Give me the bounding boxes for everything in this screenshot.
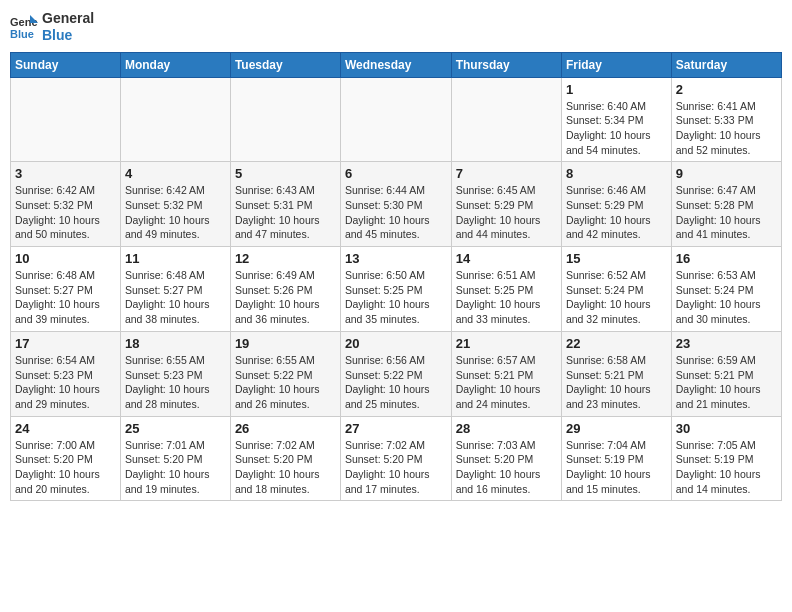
logo-icon: General Blue [10,13,38,41]
day-info: Sunrise: 6:52 AM Sunset: 5:24 PM Dayligh… [566,268,667,327]
day-number: 19 [235,336,336,351]
day-number: 28 [456,421,557,436]
day-number: 18 [125,336,226,351]
calendar-week-1: 1Sunrise: 6:40 AM Sunset: 5:34 PM Daylig… [11,77,782,162]
day-number: 22 [566,336,667,351]
day-info: Sunrise: 6:50 AM Sunset: 5:25 PM Dayligh… [345,268,447,327]
weekday-header-wednesday: Wednesday [340,52,451,77]
calendar-cell: 1Sunrise: 6:40 AM Sunset: 5:34 PM Daylig… [561,77,671,162]
calendar-cell: 17Sunrise: 6:54 AM Sunset: 5:23 PM Dayli… [11,331,121,416]
calendar-cell: 29Sunrise: 7:04 AM Sunset: 5:19 PM Dayli… [561,416,671,501]
calendar-cell: 6Sunrise: 6:44 AM Sunset: 5:30 PM Daylig… [340,162,451,247]
day-info: Sunrise: 6:41 AM Sunset: 5:33 PM Dayligh… [676,99,777,158]
calendar-cell: 30Sunrise: 7:05 AM Sunset: 5:19 PM Dayli… [671,416,781,501]
day-number: 5 [235,166,336,181]
day-info: Sunrise: 7:03 AM Sunset: 5:20 PM Dayligh… [456,438,557,497]
calendar-body: 1Sunrise: 6:40 AM Sunset: 5:34 PM Daylig… [11,77,782,501]
calendar-table: SundayMondayTuesdayWednesdayThursdayFrid… [10,52,782,502]
day-info: Sunrise: 6:40 AM Sunset: 5:34 PM Dayligh… [566,99,667,158]
day-number: 21 [456,336,557,351]
day-info: Sunrise: 6:44 AM Sunset: 5:30 PM Dayligh… [345,183,447,242]
calendar-cell: 20Sunrise: 6:56 AM Sunset: 5:22 PM Dayli… [340,331,451,416]
weekday-header-monday: Monday [120,52,230,77]
day-number: 16 [676,251,777,266]
calendar-cell: 26Sunrise: 7:02 AM Sunset: 5:20 PM Dayli… [230,416,340,501]
day-info: Sunrise: 6:45 AM Sunset: 5:29 PM Dayligh… [456,183,557,242]
day-number: 2 [676,82,777,97]
day-number: 17 [15,336,116,351]
day-number: 9 [676,166,777,181]
day-number: 13 [345,251,447,266]
calendar-cell: 10Sunrise: 6:48 AM Sunset: 5:27 PM Dayli… [11,247,121,332]
day-number: 23 [676,336,777,351]
day-number: 3 [15,166,116,181]
calendar-cell: 25Sunrise: 7:01 AM Sunset: 5:20 PM Dayli… [120,416,230,501]
day-number: 12 [235,251,336,266]
day-info: Sunrise: 6:42 AM Sunset: 5:32 PM Dayligh… [125,183,226,242]
day-info: Sunrise: 6:48 AM Sunset: 5:27 PM Dayligh… [15,268,116,327]
day-number: 15 [566,251,667,266]
day-info: Sunrise: 6:57 AM Sunset: 5:21 PM Dayligh… [456,353,557,412]
calendar-cell: 14Sunrise: 6:51 AM Sunset: 5:25 PM Dayli… [451,247,561,332]
day-number: 25 [125,421,226,436]
calendar-cell: 28Sunrise: 7:03 AM Sunset: 5:20 PM Dayli… [451,416,561,501]
day-info: Sunrise: 6:56 AM Sunset: 5:22 PM Dayligh… [345,353,447,412]
day-number: 1 [566,82,667,97]
day-info: Sunrise: 6:43 AM Sunset: 5:31 PM Dayligh… [235,183,336,242]
day-info: Sunrise: 7:02 AM Sunset: 5:20 PM Dayligh… [235,438,336,497]
calendar-cell: 12Sunrise: 6:49 AM Sunset: 5:26 PM Dayli… [230,247,340,332]
calendar-cell [340,77,451,162]
calendar-cell [230,77,340,162]
calendar-cell: 13Sunrise: 6:50 AM Sunset: 5:25 PM Dayli… [340,247,451,332]
day-info: Sunrise: 6:42 AM Sunset: 5:32 PM Dayligh… [15,183,116,242]
day-info: Sunrise: 6:58 AM Sunset: 5:21 PM Dayligh… [566,353,667,412]
svg-text:Blue: Blue [10,28,34,40]
weekday-header-saturday: Saturday [671,52,781,77]
calendar-cell: 7Sunrise: 6:45 AM Sunset: 5:29 PM Daylig… [451,162,561,247]
calendar-header: SundayMondayTuesdayWednesdayThursdayFrid… [11,52,782,77]
day-info: Sunrise: 6:53 AM Sunset: 5:24 PM Dayligh… [676,268,777,327]
calendar-week-2: 3Sunrise: 6:42 AM Sunset: 5:32 PM Daylig… [11,162,782,247]
calendar-cell: 4Sunrise: 6:42 AM Sunset: 5:32 PM Daylig… [120,162,230,247]
day-info: Sunrise: 6:49 AM Sunset: 5:26 PM Dayligh… [235,268,336,327]
day-info: Sunrise: 6:51 AM Sunset: 5:25 PM Dayligh… [456,268,557,327]
calendar-cell: 11Sunrise: 6:48 AM Sunset: 5:27 PM Dayli… [120,247,230,332]
day-number: 29 [566,421,667,436]
day-info: Sunrise: 7:00 AM Sunset: 5:20 PM Dayligh… [15,438,116,497]
day-info: Sunrise: 6:46 AM Sunset: 5:29 PM Dayligh… [566,183,667,242]
day-info: Sunrise: 7:04 AM Sunset: 5:19 PM Dayligh… [566,438,667,497]
calendar-cell: 19Sunrise: 6:55 AM Sunset: 5:22 PM Dayli… [230,331,340,416]
calendar-cell: 15Sunrise: 6:52 AM Sunset: 5:24 PM Dayli… [561,247,671,332]
day-number: 11 [125,251,226,266]
calendar-cell: 5Sunrise: 6:43 AM Sunset: 5:31 PM Daylig… [230,162,340,247]
weekday-header-friday: Friday [561,52,671,77]
day-info: Sunrise: 6:54 AM Sunset: 5:23 PM Dayligh… [15,353,116,412]
calendar-cell: 9Sunrise: 6:47 AM Sunset: 5:28 PM Daylig… [671,162,781,247]
calendar-cell: 24Sunrise: 7:00 AM Sunset: 5:20 PM Dayli… [11,416,121,501]
day-info: Sunrise: 6:55 AM Sunset: 5:22 PM Dayligh… [235,353,336,412]
calendar-cell [120,77,230,162]
logo-text-general: General [42,10,94,27]
day-number: 4 [125,166,226,181]
logo-text-blue: Blue [42,27,94,44]
day-number: 27 [345,421,447,436]
calendar-cell: 16Sunrise: 6:53 AM Sunset: 5:24 PM Dayli… [671,247,781,332]
calendar-week-3: 10Sunrise: 6:48 AM Sunset: 5:27 PM Dayli… [11,247,782,332]
calendar-cell [11,77,121,162]
day-info: Sunrise: 6:48 AM Sunset: 5:27 PM Dayligh… [125,268,226,327]
calendar-cell: 2Sunrise: 6:41 AM Sunset: 5:33 PM Daylig… [671,77,781,162]
day-number: 26 [235,421,336,436]
day-info: Sunrise: 6:59 AM Sunset: 5:21 PM Dayligh… [676,353,777,412]
day-number: 14 [456,251,557,266]
day-info: Sunrise: 7:02 AM Sunset: 5:20 PM Dayligh… [345,438,447,497]
page-header: General Blue General Blue [10,10,782,44]
day-info: Sunrise: 7:05 AM Sunset: 5:19 PM Dayligh… [676,438,777,497]
day-number: 20 [345,336,447,351]
calendar-week-5: 24Sunrise: 7:00 AM Sunset: 5:20 PM Dayli… [11,416,782,501]
calendar-week-4: 17Sunrise: 6:54 AM Sunset: 5:23 PM Dayli… [11,331,782,416]
day-number: 24 [15,421,116,436]
day-info: Sunrise: 6:55 AM Sunset: 5:23 PM Dayligh… [125,353,226,412]
calendar-cell: 18Sunrise: 6:55 AM Sunset: 5:23 PM Dayli… [120,331,230,416]
calendar-cell: 3Sunrise: 6:42 AM Sunset: 5:32 PM Daylig… [11,162,121,247]
day-number: 7 [456,166,557,181]
